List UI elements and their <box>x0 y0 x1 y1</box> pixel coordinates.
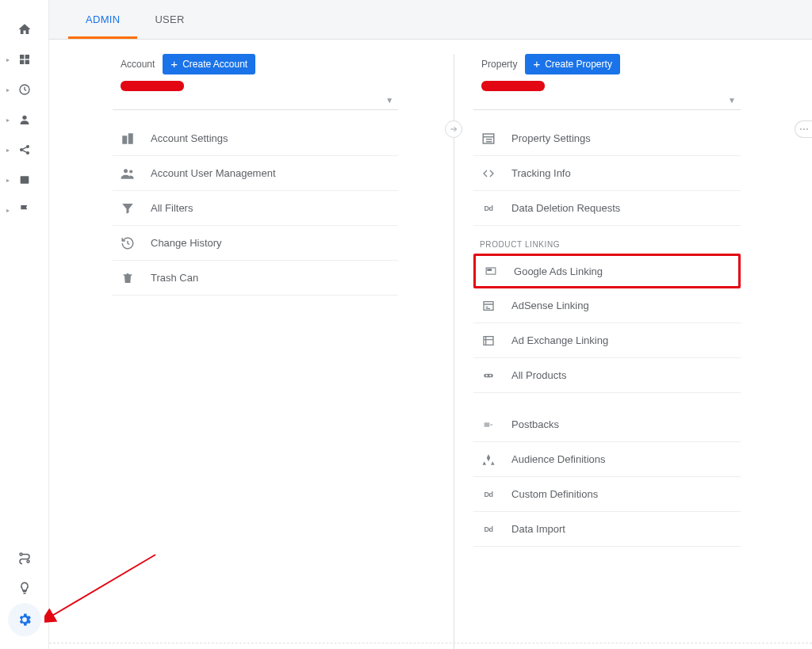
svg-rect-0 <box>20 55 24 59</box>
account-user-management[interactable]: Account User Management <box>113 156 398 191</box>
arrow-right-icon <box>449 124 458 134</box>
audience-definitions[interactable]: Audience Definitions <box>473 442 741 477</box>
svg-rect-16 <box>488 269 492 271</box>
chevron-down-icon: ▼ <box>728 96 736 105</box>
all-products[interactable]: All Products <box>473 358 741 393</box>
path-icon <box>17 551 32 565</box>
menu-item-label: Tracking Info <box>511 167 571 179</box>
list-icon <box>480 130 497 147</box>
svg-rect-19 <box>484 373 493 377</box>
nav-acquisition[interactable]: ▸ <box>0 135 48 165</box>
history-icon <box>119 235 136 252</box>
data-deletion-requests[interactable]: Dd Data Deletion Requests <box>473 191 741 226</box>
left-nav-rail: ▸ ▸ ▸ ▸ ▸ ▸ <box>0 0 49 649</box>
ads-icon <box>482 262 500 280</box>
svg-point-10 <box>20 553 22 555</box>
building-icon <box>119 130 136 147</box>
gear-icon <box>17 612 33 628</box>
dd-icon: Dd <box>480 486 497 503</box>
clock-icon <box>18 83 31 96</box>
create-property-button[interactable]: + Create Property <box>525 54 619 74</box>
svg-point-5 <box>22 116 26 120</box>
tab-user[interactable]: USER <box>137 0 201 39</box>
link-icon <box>480 367 497 384</box>
menu-item-label: Account User Management <box>151 167 276 179</box>
svg-point-7 <box>26 146 29 148</box>
menu-item-label: All Products <box>511 369 566 381</box>
all-filters[interactable]: All Filters <box>113 191 398 226</box>
nav-behavior[interactable]: ▸ <box>0 165 48 195</box>
code-icon <box>480 165 497 182</box>
collapse-account-button[interactable] <box>445 120 462 138</box>
caret-icon: ▸ <box>6 147 10 154</box>
menu-item-label: Google Ads Linking <box>514 265 603 277</box>
menu-item-label: AdSense Linking <box>511 300 589 311</box>
create-account-button[interactable]: + Create Account <box>163 54 255 74</box>
svg-point-21 <box>489 374 491 376</box>
trash-can[interactable]: Trash Can <box>113 261 398 296</box>
svg-rect-2 <box>20 60 24 64</box>
account-selector[interactable]: ▼ <box>113 96 398 110</box>
redacted-account-name <box>121 81 184 91</box>
scroll-right-button[interactable]: ⋯ <box>795 120 812 138</box>
property-settings[interactable]: Property Settings <box>473 121 741 156</box>
menu-item-label: Data Deletion Requests <box>511 202 620 214</box>
postbacks[interactable]: Postbacks <box>473 407 741 442</box>
exchange-icon <box>480 332 497 349</box>
create-property-label: Create Property <box>545 59 612 70</box>
svg-point-6 <box>20 149 22 151</box>
property-label: Property <box>481 59 517 70</box>
svg-rect-1 <box>25 55 29 59</box>
nav-realtime[interactable]: ▸ <box>0 74 48 105</box>
dashboard-icon <box>18 53 31 66</box>
account-settings[interactable]: Account Settings <box>113 121 398 156</box>
create-account-label: Create Account <box>182 59 247 70</box>
nav-audience[interactable]: ▸ <box>0 105 48 135</box>
dots-icon: ⋯ <box>799 124 809 135</box>
caret-icon: ▸ <box>6 116 10 124</box>
ad-exchange-linking[interactable]: Ad Exchange Linking <box>473 323 741 358</box>
nav-admin[interactable] <box>8 603 41 636</box>
menu-item-label: Trash Can <box>151 272 198 284</box>
home-icon <box>17 22 32 36</box>
caret-icon: ▸ <box>6 177 10 184</box>
trash-icon <box>119 269 136 287</box>
account-column: Account + Create Account ▼ Account Setti… <box>113 54 454 649</box>
adsense-icon <box>480 297 497 315</box>
dd-icon: Dd <box>480 521 497 538</box>
menu-item-label: Data Import <box>511 523 565 535</box>
svg-point-20 <box>486 374 488 376</box>
nav-discover[interactable] <box>0 573 48 603</box>
funnel-icon <box>119 200 136 217</box>
page-icon <box>18 174 31 186</box>
nav-home[interactable] <box>0 14 48 44</box>
nav-conversions[interactable]: ▸ <box>0 195 48 225</box>
menu-item-label: Ad Exchange Linking <box>511 334 608 346</box>
audience-icon <box>480 451 497 468</box>
property-column: Property + Create Property ▼ Property Se… <box>454 54 796 649</box>
caret-icon: ▸ <box>6 56 10 63</box>
dd-icon: Dd <box>480 200 497 217</box>
nav-customization[interactable]: ▸ <box>0 44 48 74</box>
tracking-info[interactable]: Tracking Info <box>473 156 741 191</box>
property-selector[interactable]: ▼ <box>473 96 741 110</box>
chevron-down-icon: ▼ <box>385 96 393 105</box>
menu-item-label: Change History <box>151 237 222 249</box>
svg-rect-18 <box>484 336 493 345</box>
flag-icon <box>18 204 31 216</box>
footer-edge <box>49 643 812 649</box>
nav-attribution[interactable] <box>0 543 48 573</box>
adsense-linking[interactable]: AdSense Linking <box>473 288 741 323</box>
custom-definitions[interactable]: Dd Custom Definitions <box>473 477 741 512</box>
redacted-property-name <box>481 81 545 91</box>
tab-admin[interactable]: ADMIN <box>68 0 137 39</box>
google-ads-linking[interactable]: Google Ads Linking <box>473 254 741 288</box>
data-import[interactable]: Dd Data Import <box>473 512 741 547</box>
svg-point-12 <box>124 169 128 173</box>
svg-point-13 <box>129 170 132 173</box>
people-icon <box>119 165 136 182</box>
postback-icon <box>480 416 497 433</box>
svg-point-8 <box>26 152 29 155</box>
share-icon <box>18 143 31 156</box>
change-history[interactable]: Change History <box>113 226 398 261</box>
